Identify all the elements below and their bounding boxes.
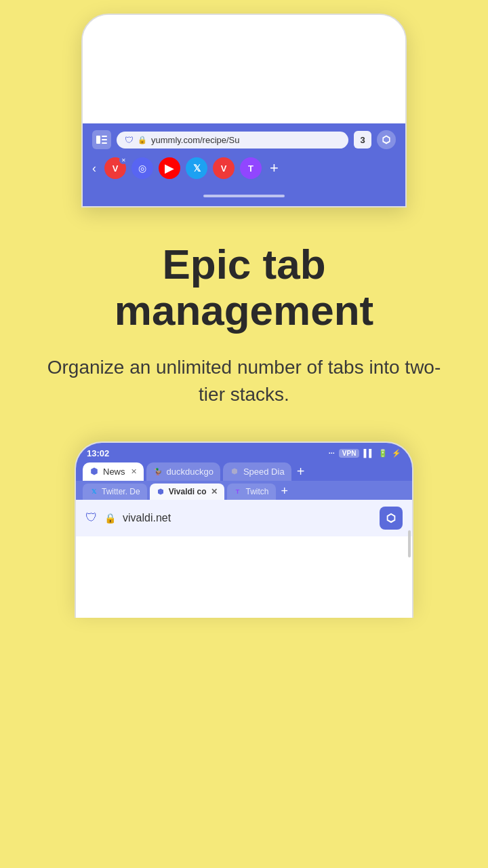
status-icons: ··· VPN ▌▌ 🔋 ⚡ [329, 449, 401, 458]
new-tab-button[interactable]: + [270, 159, 279, 177]
status-bar: 13:02 ··· VPN ▌▌ 🔋 ⚡ [76, 443, 412, 458]
twitter-sub-icon: 𝕏 [89, 488, 98, 496]
back-button[interactable]: ‹ [92, 161, 96, 176]
tab-discord[interactable]: ◎ [131, 157, 153, 179]
vivaldi-sub-label: Vivaldi co [169, 487, 207, 496]
duckduckgo-tab-icon: 🦆 [153, 467, 163, 476]
url-row: 🛡 🔒 yummly.com/recipe/Su 3 [92, 130, 396, 149]
close-icon[interactable]: ✕ [119, 156, 127, 164]
tab-vivaldi-1[interactable]: V ✕ [104, 157, 126, 179]
home-bar [203, 195, 285, 197]
new-tab-group-button[interactable]: + [297, 464, 305, 479]
tab-speeddial[interactable]: Speed Dia [223, 462, 291, 481]
url-shield-icon: 🛡 [85, 511, 98, 525]
sub-tab-twitter[interactable]: 𝕏 Twitter. De [83, 484, 147, 500]
top-phone-mockup: 🛡 🔒 yummly.com/recipe/Su 3 ‹ V ✕ [81, 14, 407, 208]
subheadline: Organize an unlimited number of tabs int… [41, 354, 447, 407]
news-tab-close[interactable]: ✕ [131, 467, 137, 476]
discord-icon: ◎ [138, 163, 146, 174]
vivaldi-menu-icon[interactable] [377, 130, 396, 149]
url-text: yummly.com/recipe/Su [151, 135, 240, 145]
news-tab-label: News [103, 467, 125, 477]
news-tab-icon [89, 467, 99, 476]
twitter-sub-label: Twitter. De [102, 487, 140, 496]
headline: Epic tab management [41, 241, 447, 334]
bottom-phone-mockup: 13:02 ··· VPN ▌▌ 🔋 ⚡ News [75, 441, 413, 618]
duckduckgo-tab-label: duckduckgo [167, 467, 214, 477]
bottom-url-text[interactable]: vivaldi.net [123, 512, 373, 524]
svg-rect-2 [102, 139, 107, 140]
signal-icon: ▌▌ [363, 449, 374, 457]
twitch-sub-icon: T [234, 488, 242, 496]
tab-news[interactable]: News ✕ [83, 462, 144, 481]
url-area-bottom: 🛡 🔒 vivaldi.net [76, 500, 412, 536]
twitter-icon: 𝕏 [193, 163, 201, 174]
charging-icon: ⚡ [392, 449, 401, 458]
tabs-row: ‹ V ✕ ◎ ▶ 𝕏 V T [92, 155, 396, 182]
url-lock-icon: 🔒 [104, 513, 116, 524]
text-section: Epic tab management Organize an unlimite… [0, 208, 488, 428]
sub-tab-vivaldi[interactable]: Vivaldi co ✕ [150, 484, 224, 500]
page-wrapper: 🛡 🔒 yummly.com/recipe/Su 3 ‹ V ✕ [0, 0, 488, 868]
tab-v-icon: V [113, 163, 119, 174]
shield-icon: 🛡 [125, 135, 134, 145]
twitch-icon: T [248, 163, 253, 174]
tab-stack-row: News ✕ 🦆 duckduckgo Speed Dia + [76, 458, 412, 481]
new-sub-tab-button[interactable]: + [281, 484, 289, 498]
vivaldi-sub-close[interactable]: ✕ [211, 487, 218, 496]
svg-rect-0 [96, 136, 100, 144]
headline-line1: Epic tab [162, 241, 325, 288]
twitch-sub-label: Twitch [246, 487, 269, 496]
tab-youtube[interactable]: ▶ [159, 157, 180, 179]
browser-content-top [83, 15, 405, 123]
status-time: 13:02 [87, 448, 109, 458]
svg-rect-3 [102, 142, 107, 144]
tab-count[interactable]: 3 [354, 131, 371, 149]
tab-twitter[interactable]: 𝕏 [186, 157, 207, 179]
dots-icon: ··· [329, 449, 335, 457]
svg-rect-1 [102, 136, 107, 137]
browser-content-bottom [76, 536, 412, 618]
speeddial-tab-label: Speed Dia [243, 467, 285, 477]
vpn-badge: VPN [339, 449, 360, 458]
speeddial-tab-icon [230, 467, 239, 476]
vivaldi-url-button[interactable] [380, 507, 403, 530]
battery-icon: 🔋 [378, 449, 388, 458]
tab-twitch[interactable]: T [240, 157, 262, 179]
vivaldi-sub-icon [157, 488, 165, 496]
home-indicator [83, 186, 405, 206]
sub-tabs-row: 𝕏 Twitter. De Vivaldi co ✕ T Twitch [76, 481, 412, 500]
bottom-phone-wrapper: 13:02 ··· VPN ▌▌ 🔋 ⚡ News [0, 441, 488, 618]
tab-duckduckgo[interactable]: 🦆 duckduckgo [146, 462, 220, 481]
browser-bar-top: 🛡 🔒 yummly.com/recipe/Su 3 ‹ V ✕ [83, 123, 405, 186]
tab-v2-icon: V [221, 163, 227, 174]
lock-icon: 🔒 [138, 136, 147, 144]
youtube-icon: ▶ [165, 161, 174, 176]
scroll-handle[interactable] [408, 530, 411, 557]
tab-vivaldi-2[interactable]: V [213, 157, 235, 179]
sub-tab-twitch[interactable]: T Twitch [227, 484, 276, 500]
headline-line2: management [115, 287, 373, 334]
sidebar-toggle-icon[interactable] [92, 130, 111, 149]
url-bar[interactable]: 🛡 🔒 yummly.com/recipe/Su [117, 132, 348, 149]
